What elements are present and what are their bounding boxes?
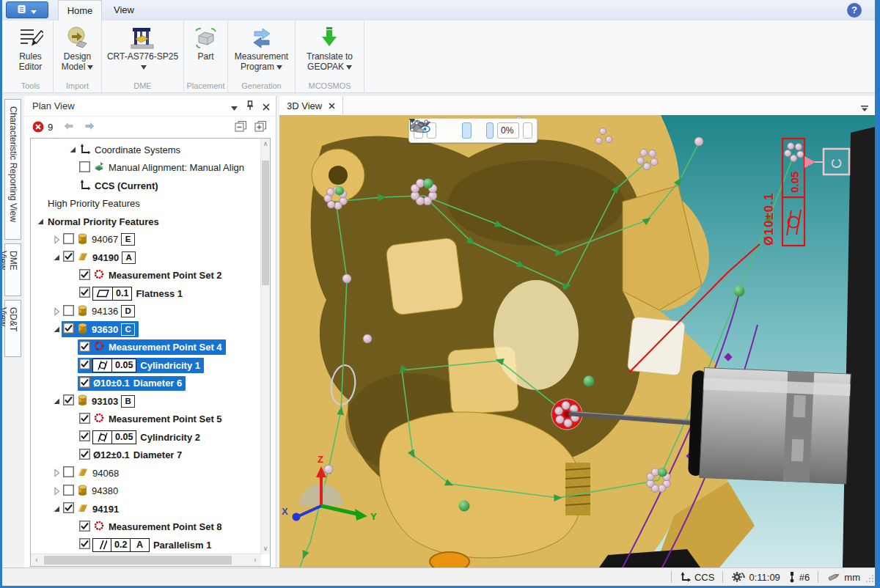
checkbox-checked[interactable] xyxy=(79,377,90,390)
status-time[interactable]: 0:11:09 xyxy=(731,571,780,583)
sidebar-tab-gd-t-view[interactable]: GD&T View xyxy=(4,300,21,357)
pin-icon[interactable] xyxy=(246,100,254,114)
tree-item-measurement-point-set-2[interactable]: Measurement Point Set 2 xyxy=(31,267,261,285)
tree-item-94380[interactable]: 94380 xyxy=(31,482,261,501)
scroll-up-icon[interactable]: ∧ xyxy=(261,139,270,150)
checkbox-unchecked[interactable] xyxy=(79,161,90,174)
tree-item-high-priority-features[interactable]: High Priority Features xyxy=(31,195,261,213)
nav-back-icon[interactable] xyxy=(63,122,74,133)
status-ccs[interactable]: CCS xyxy=(680,572,714,583)
tree-item-coordinate-systems[interactable]: Coordinate Systems xyxy=(31,141,261,159)
collapse-icon[interactable] xyxy=(51,325,62,334)
design-button[interactable]: DesignModel xyxy=(62,23,94,72)
close-icon[interactable] xyxy=(263,100,270,114)
tree-item-94190[interactable]: 94190A xyxy=(31,249,261,267)
checkbox-checked[interactable] xyxy=(63,251,74,264)
tree-item-93103[interactable]: 93103B xyxy=(31,392,261,411)
scroll-down-icon[interactable]: ∨ xyxy=(261,543,270,554)
checkbox-checked[interactable] xyxy=(63,394,74,408)
checkbox-checked[interactable] xyxy=(63,502,74,515)
tab-home[interactable]: Home xyxy=(58,0,102,21)
tree-item-ccs-current-[interactable]: CCS (Current) xyxy=(31,177,261,195)
expand-all-icon[interactable] xyxy=(254,120,267,135)
checkbox-checked[interactable] xyxy=(63,323,74,336)
tree-item-94191[interactable]: 94191 xyxy=(31,500,261,518)
probe-show-button[interactable] xyxy=(462,122,472,139)
collapse-icon[interactable] xyxy=(67,145,78,154)
resize-grip[interactable] xyxy=(865,573,874,585)
window-position-icon[interactable] xyxy=(860,102,869,115)
checkbox-checked[interactable] xyxy=(79,430,90,444)
sidebar-tab-dme-view[interactable]: DME View xyxy=(4,243,21,296)
machine-red-hide-button[interactable] xyxy=(440,122,447,139)
status-probe[interactable]: #6 xyxy=(788,571,810,583)
expand-icon[interactable] xyxy=(51,487,62,496)
table-green-hide-button[interactable] xyxy=(451,122,458,139)
close-icon[interactable] xyxy=(329,100,335,111)
scroll-right-icon[interactable]: › xyxy=(249,554,261,566)
collapse-all-icon[interactable] xyxy=(235,120,247,135)
part-button[interactable]: Part xyxy=(193,23,219,62)
checkbox-checked[interactable] xyxy=(79,413,90,426)
checkbox-checked[interactable] xyxy=(79,269,90,282)
tree-item-93630[interactable]: 93630C xyxy=(31,320,261,339)
scroll-left-icon[interactable]: ‹ xyxy=(31,554,43,566)
tree-item-cylindricity-2[interactable]: 0.05Cylindricity 2 xyxy=(31,428,261,446)
coordinate-system-icon xyxy=(680,572,691,582)
collapse-icon[interactable] xyxy=(51,253,62,262)
panel-menu-caret-icon[interactable] xyxy=(231,100,238,114)
path-points-button[interactable] xyxy=(523,122,532,139)
checkbox-checked[interactable] xyxy=(79,538,90,551)
scrollbar-thumb[interactable] xyxy=(44,556,232,565)
transparency-button[interactable]: 0% xyxy=(497,122,519,139)
error-indicator[interactable]: 9 xyxy=(32,121,53,133)
tree-item-94068[interactable]: 94068 xyxy=(31,464,261,482)
checkbox-unchecked[interactable] xyxy=(63,233,74,246)
checkbox-unchecked[interactable] xyxy=(63,485,74,498)
checkbox-unchecked[interactable] xyxy=(63,305,74,318)
crt-as776-sp25-button[interactable]: CRT-AS776-SP25 xyxy=(107,23,178,72)
tab-view[interactable]: View xyxy=(105,0,143,21)
checkbox-checked[interactable] xyxy=(79,341,90,354)
status-units[interactable]: mm xyxy=(826,572,860,583)
checkbox-checked[interactable] xyxy=(79,359,90,372)
app-menu-button[interactable] xyxy=(6,1,48,18)
tree-item-measurement-point-set-4[interactable]: Measurement Point Set 4 xyxy=(31,339,261,357)
checkbox-checked[interactable] xyxy=(79,287,90,300)
3d-viewport[interactable]: Ø10±0.1 0.05 C xyxy=(279,115,875,567)
sidebar-tab-characteristic-reporting-view[interactable]: Characteristic Reporting View xyxy=(4,99,21,240)
expand-icon[interactable] xyxy=(51,235,62,244)
checkbox-checked[interactable] xyxy=(79,449,90,462)
tree-item-manual-alignment-manual-align[interactable]: Manual Alignment: Manual Align xyxy=(31,159,261,177)
tree-item-94136[interactable]: 94136D xyxy=(31,303,261,321)
translate-to-button[interactable]: Translate toGEOPAK xyxy=(307,23,353,72)
tab-3d-view[interactable]: 3D View xyxy=(279,96,343,115)
checkbox-unchecked[interactable] xyxy=(63,466,74,479)
rules-button[interactable]: RulesEditor xyxy=(18,23,43,72)
scrollbar-thumb[interactable] xyxy=(262,161,269,285)
tree-item-94067[interactable]: 94067E xyxy=(31,231,261,249)
tree-item-cylindricity-1[interactable]: 0.05Cylindricity 1 xyxy=(31,356,261,375)
tree-item-measurement-point-set-5[interactable]: Measurement Point Set 5 xyxy=(31,411,261,429)
horizontal-scrollbar[interactable]: ‹ › xyxy=(31,554,261,566)
expand-icon[interactable] xyxy=(51,468,62,477)
rules-editor-icon xyxy=(18,23,43,51)
checkbox-checked[interactable] xyxy=(79,521,90,534)
tree-item-measurement-point-set-8[interactable]: Measurement Point Set 8 xyxy=(31,518,261,537)
collapse-icon[interactable] xyxy=(51,397,62,405)
item-content: Manual Alignment: Manual Align xyxy=(78,160,248,175)
collapse-icon[interactable] xyxy=(51,504,62,513)
tree-item-diameter-7[interactable]: Ø12±0.1Diameter 7 xyxy=(31,446,261,465)
tree-item-flatness-1[interactable]: 0.1Flatness 1 xyxy=(31,284,261,303)
label-hide-button[interactable]: A xyxy=(475,122,483,139)
measurement-button[interactable]: MeasurementProgram xyxy=(235,23,288,72)
tree-item-diameter-6[interactable]: Ø10±0.1Diameter 6 xyxy=(31,375,261,393)
collapse-icon[interactable] xyxy=(35,217,45,226)
expand-icon[interactable] xyxy=(51,307,62,316)
tree-item-parallelism-1[interactable]: 0.2AParallelism 1 xyxy=(31,536,261,554)
part-show-button[interactable] xyxy=(486,122,494,139)
nav-forward-icon[interactable] xyxy=(84,122,95,133)
help-button[interactable]: ? xyxy=(847,3,862,18)
tree-item-normal-priority-features[interactable]: Normal Priority Features xyxy=(31,213,261,231)
vertical-scrollbar[interactable]: ∧ ∨ xyxy=(260,139,270,554)
